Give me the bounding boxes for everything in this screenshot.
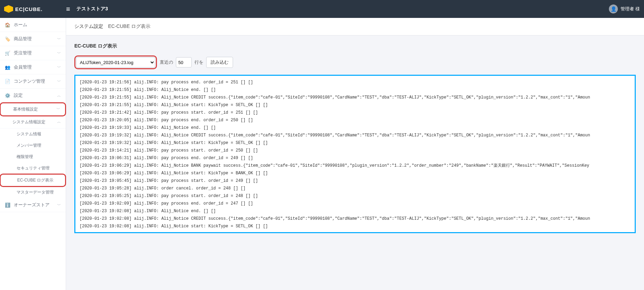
sidebar-item-label: 設定 bbox=[14, 92, 23, 99]
breadcrumb-b: EC-CUBE ログ表示 bbox=[108, 23, 150, 30]
panel-title: EC-CUBE ログ表示 bbox=[66, 35, 644, 52]
gear-icon: ⚙️ bbox=[5, 93, 10, 98]
logo-text: EC|CUBE. bbox=[15, 6, 43, 12]
chevron-down-icon: ﹀ bbox=[57, 79, 61, 84]
log-file-select[interactable]: ALIJToken_2020-01-23.log bbox=[76, 57, 155, 68]
sidebar-item-home[interactable]: 🏠 ホーム bbox=[0, 18, 66, 32]
label-lines: 行を bbox=[194, 59, 203, 65]
home-icon: 🏠 bbox=[5, 22, 10, 28]
sidebar-item-label: 会員管理 bbox=[14, 64, 32, 70]
sidebar-sub-member-mgmt[interactable]: メンバー管理 bbox=[0, 140, 66, 151]
sidebar-item-label: 基本情報設定 bbox=[13, 107, 38, 112]
breadcrumb: システム設定 EC-CUBE ログ表示 bbox=[66, 18, 644, 35]
breadcrumb-a: システム設定 bbox=[74, 23, 103, 30]
users-icon: 👥 bbox=[5, 65, 10, 70]
logo-icon bbox=[4, 5, 13, 13]
avatar-icon: 👤 bbox=[609, 4, 618, 13]
file-icon: 📄 bbox=[5, 79, 10, 84]
sidebar-item-label: 受注管理 bbox=[14, 50, 32, 56]
sidebar-sub-security-mgmt[interactable]: セキュリティ管理 bbox=[0, 163, 66, 174]
tag-icon: 🏷️ bbox=[5, 37, 10, 42]
info-icon: ℹ️ bbox=[5, 203, 10, 208]
sidebar-item-members[interactable]: 👥 会員管理 ﹀ bbox=[0, 60, 66, 74]
log-controls: ALIJToken_2020-01-23.log 直近の 行を 読み込む bbox=[66, 52, 644, 75]
layout: 🏠 ホーム 🏷️ 商品管理 ﹀ 🛒 受注管理 ﹀ 👥 会員管理 ﹀ 📄 コンテン… bbox=[0, 18, 644, 290]
sidebar-item-settings[interactable]: ⚙️ 設定 ︿ bbox=[0, 89, 66, 103]
logo[interactable]: EC|CUBE. bbox=[4, 5, 66, 13]
file-select-highlight: ALIJToken_2020-01-23.log bbox=[74, 55, 157, 69]
sidebar-item-owners-store[interactable]: ℹ️ オーナーズストア ﹀ bbox=[0, 198, 66, 212]
sidebar-sub-masterdata[interactable]: マスターデータ管理 bbox=[0, 187, 66, 198]
log-body[interactable]: [2020-01-23 19:21:56] alij.INFO: pay pro… bbox=[75, 79, 635, 231]
chevron-down-icon: ﹀ bbox=[57, 203, 61, 208]
load-button[interactable]: 読み込む bbox=[206, 57, 233, 68]
hamburger-icon[interactable]: ≡ bbox=[66, 5, 70, 13]
chevron-up-icon: ︿ bbox=[57, 119, 61, 124]
sidebar-item-contents[interactable]: 📄 コンテンツ管理 ﹀ bbox=[0, 74, 66, 89]
chevron-down-icon: ﹀ bbox=[57, 65, 61, 70]
sidebar-item-label: ホーム bbox=[14, 22, 27, 28]
sidebar-sub-systeminfo[interactable]: システム情報 bbox=[0, 128, 66, 140]
sidebar-item-label: オーナーズストア bbox=[14, 202, 50, 208]
main: システム設定 EC-CUBE ログ表示 EC-CUBE ログ表示 ALIJTok… bbox=[66, 18, 644, 290]
sidebar-sub-permission-mgmt[interactable]: 権限管理 bbox=[0, 151, 66, 163]
cart-icon: 🛒 bbox=[5, 51, 10, 56]
line-count-input[interactable] bbox=[176, 57, 192, 68]
chevron-down-icon: ﹀ bbox=[57, 51, 61, 56]
chevron-up-icon: ︿ bbox=[57, 93, 61, 98]
user-name: 管理者 様 bbox=[621, 6, 640, 12]
sidebar: 🏠 ホーム 🏷️ 商品管理 ﹀ 🛒 受注管理 ﹀ 👥 会員管理 ﹀ 📄 コンテン… bbox=[0, 18, 66, 290]
app-header: EC|CUBE. ≡ テストストア3 👤 管理者 様 bbox=[0, 0, 644, 18]
user-menu[interactable]: 👤 管理者 様 bbox=[609, 4, 640, 13]
chevron-down-icon: ﹀ bbox=[57, 37, 61, 42]
sidebar-item-label: システム情報設定 bbox=[12, 120, 45, 124]
sidebar-sub-basic-settings[interactable]: 基本情報設定 ﹀ bbox=[0, 102, 66, 116]
log-output: [2020-01-23 19:21:56] alij.INFO: pay pro… bbox=[74, 75, 636, 233]
sidebar-sub-system-settings[interactable]: システム情報設定 ︿ bbox=[0, 116, 66, 128]
chevron-down-icon: ﹀ bbox=[56, 106, 60, 112]
store-name: テストストア3 bbox=[76, 6, 108, 12]
sidebar-sub-logview[interactable]: EC-CUBE ログ表示 bbox=[0, 174, 66, 187]
sidebar-settings-group: 基本情報設定 ﹀ システム情報設定 ︿ システム情報 メンバー管理 権限管理 セ… bbox=[0, 102, 66, 198]
sidebar-item-label: 商品管理 bbox=[14, 36, 32, 42]
label-recent: 直近の bbox=[160, 59, 173, 65]
sidebar-item-products[interactable]: 🏷️ 商品管理 ﹀ bbox=[0, 32, 66, 46]
sidebar-item-label: コンテンツ管理 bbox=[14, 78, 45, 84]
sidebar-item-orders[interactable]: 🛒 受注管理 ﹀ bbox=[0, 46, 66, 60]
